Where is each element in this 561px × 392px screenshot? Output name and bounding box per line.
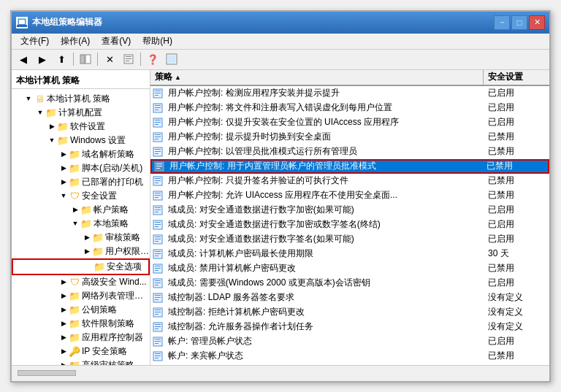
tree-item-printers[interactable]: ▶ 📁 已部署的打印机 <box>12 175 150 189</box>
list-panel: 策略 ▲ 安全设置 用户帐户控制: 检测应用程序安装并提示提升 已启用 <box>150 70 549 365</box>
svg-rect-22 <box>155 124 159 125</box>
back-button[interactable]: ◀ <box>15 51 32 67</box>
list-item[interactable]: 域控制器: 允许服务器操作者计划任务 没有定义 <box>150 320 549 334</box>
list-item[interactable]: 域成员: 禁用计算机帐户密码更改 已禁用 <box>150 261 549 276</box>
list-item[interactable]: 帐户: 管理员帐户状态 已启用 <box>150 334 549 349</box>
expand-icon[interactable]: ▶ <box>58 163 69 173</box>
expand-icon[interactable]: ▶ <box>58 346 69 356</box>
tree-item-software-settings[interactable]: ▶ 📁 软件设置 <box>12 120 150 134</box>
list-item[interactable]: 域成员: 需要强(Windows 2000 或更高版本)会话密钥 已启用 <box>150 276 549 291</box>
list-item[interactable]: 域成员: 对安全通道数据进行数字加密或数字签名(终结) 已启用 <box>150 218 549 232</box>
tree-item-computer-config[interactable]: ▼ 📁 计算机配置 <box>12 106 150 120</box>
tree-item-security-options[interactable]: 📁 安全选项 <box>12 258 150 275</box>
expand-icon[interactable]: ▶ <box>82 232 92 242</box>
expand-icon[interactable]: ▼ <box>47 135 57 145</box>
tree-item-app-control[interactable]: ▶ 📁 应用程序控制器 <box>12 331 150 345</box>
tree-item-public-key[interactable]: ▶ 📁 公钥策略 <box>12 303 150 317</box>
expand-icon[interactable]: ▶ <box>58 304 69 315</box>
row-name: 域控制器: 拒绝计算机帐户密码更改 <box>165 306 484 318</box>
col-status-label: 安全设置 <box>488 71 523 83</box>
tree-item-advanced-audit[interactable]: ▶ 📁 高级审核策略... <box>12 358 150 365</box>
expand-icon[interactable] <box>83 261 94 272</box>
close-button[interactable]: ✕ <box>529 15 545 30</box>
menu-view[interactable]: 查看(V) <box>96 34 137 49</box>
list-item[interactable]: 用户帐户控制: 以管理员批准模式运行所有管理员 已禁用 <box>150 145 549 159</box>
row-status: 已禁用 <box>484 131 549 143</box>
row-status: 没有定义 <box>484 291 549 304</box>
properties-button[interactable] <box>120 51 137 67</box>
up-button[interactable]: ⬆ <box>53 51 70 67</box>
tree-label: 高级安全 Wind... <box>82 276 147 288</box>
tree-item-windows-settings[interactable]: ▼ 📁 Windows 设置 <box>12 134 150 147</box>
expand-icon[interactable]: ▶ <box>82 246 92 256</box>
svg-rect-58 <box>155 255 159 256</box>
tree-label: 软件设置 <box>70 120 105 133</box>
svg-rect-85 <box>155 356 161 356</box>
list-item-selected[interactable]: 用户帐户控制: 用于内置管理员帐户的管理员批准模式 已禁用 <box>150 159 549 174</box>
expand-icon[interactable]: ▶ <box>58 277 69 287</box>
tree-item-software-restriction[interactable]: ▶ 📁 软件限制策略 <box>12 317 150 331</box>
tree-item-audit[interactable]: ▶ 📁 审核策略 <box>12 231 150 245</box>
list-item[interactable]: 用户帐户控制: 将文件和注册表写入错误虚化到每用户位置 已启用 <box>150 101 549 115</box>
list-item[interactable]: 域成员: 对安全通道数据进行数字加密(如果可能) 已启用 <box>150 203 549 218</box>
expand-icon[interactable]: ▶ <box>58 318 69 328</box>
maximize-button[interactable]: □ <box>511 15 527 30</box>
tree-item-security-settings[interactable]: ▼ 🛡 安全设置 <box>12 189 150 203</box>
tree-label: Windows 设置 <box>70 134 126 147</box>
expand-icon[interactable]: ▼ <box>35 107 45 118</box>
list-item[interactable]: 域成员: 对安全通道数据进行数字签名(如果可能) 已启用 <box>150 232 549 247</box>
tree-item-user-rights[interactable]: ▶ 📁 用户权限分配 <box>12 245 150 258</box>
svg-rect-69 <box>155 297 161 298</box>
svg-rect-14 <box>155 95 159 96</box>
folder-icon: 📁 <box>80 218 92 229</box>
expand-icon[interactable]: ▼ <box>58 191 69 201</box>
menu-help[interactable]: 帮助(H) <box>137 34 178 49</box>
list-item[interactable]: 用户帐户控制: 提示提升时切换到安全桌面 已禁用 <box>150 130 549 145</box>
shield-icon: 🛡 <box>69 276 80 288</box>
delete-button[interactable]: ✕ <box>101 51 118 67</box>
expand-icon[interactable]: ▶ <box>58 149 69 159</box>
row-icon <box>150 103 165 113</box>
svg-rect-78 <box>155 328 159 329</box>
tree-item-account-policy[interactable]: ▶ 📁 帐户策略 <box>12 203 150 217</box>
row-icon <box>150 220 165 230</box>
tree-item-dns[interactable]: ▶ 📁 域名解析策略 <box>12 147 150 161</box>
extra-button[interactable] <box>163 51 180 67</box>
expand-icon[interactable]: ▼ <box>23 93 34 104</box>
list-item[interactable]: 域控制器: 拒绝计算机帐户密码更改 没有定义 <box>150 305 549 320</box>
show-hide-button[interactable] <box>77 51 94 67</box>
tree-label: 已部署的打印机 <box>82 176 143 188</box>
row-name: 域控制器: LDAP 服务器签名要求 <box>165 291 484 304</box>
list-item[interactable]: 用户帐户控制: 检测应用程序安装并提示提升 已启用 <box>150 86 549 101</box>
tree-item-scripts[interactable]: ▶ 📁 脚本(启动/关机) <box>12 161 150 175</box>
tree-item-ip-security[interactable]: ▶ 🔑 IP 安全策略 <box>12 345 150 358</box>
menu-action[interactable]: 操作(A) <box>55 34 96 49</box>
help-button[interactable]: ❓ <box>144 51 161 67</box>
tree-item-local-policy[interactable]: ▼ 📁 本地策略 <box>12 217 150 231</box>
minimize-button[interactable]: － <box>494 15 510 30</box>
expand-icon[interactable]: ▶ <box>58 177 69 187</box>
tree-item-network-mgr[interactable]: ▶ 📁 网络列表管理器... <box>12 289 150 303</box>
list-item[interactable]: 用户帐户控制: 仅提升安装在安全位置的 UIAccess 应用程序 已启用 <box>150 115 549 130</box>
tree-item-root[interactable]: ▼ 🖥 本地计算机 策略 <box>12 92 150 106</box>
expand-icon[interactable]: ▶ <box>58 291 69 301</box>
status-slider[interactable] <box>18 370 76 376</box>
tree-item-advanced-security[interactable]: ▶ 🛡 高级安全 Wind... <box>12 275 150 289</box>
col-status[interactable]: 安全设置 <box>484 70 549 85</box>
list-item[interactable]: 用户帐户控制: 允许 UIAccess 应用程序在不使用安全桌面... 已禁用 <box>150 188 549 203</box>
list-item[interactable]: 用户帐户控制: 只提升签名并验证的可执行文件 已禁用 <box>150 174 549 188</box>
menu-file[interactable]: 文件(F) <box>15 34 55 49</box>
list-item[interactable]: 域控制器: LDAP 服务器签名要求 没有定义 <box>150 291 549 305</box>
expand-icon[interactable]: ▶ <box>58 332 69 342</box>
forward-button[interactable]: ▶ <box>34 51 51 67</box>
list-item[interactable]: 帐户: 来宾帐户状态 已禁用 <box>150 349 549 364</box>
expand-icon[interactable]: ▶ <box>70 204 80 215</box>
expand-icon[interactable]: ▼ <box>70 218 80 228</box>
expand-icon[interactable]: ▶ <box>47 121 57 131</box>
tree-label: 域名解析策略 <box>82 148 134 161</box>
list-item[interactable]: 域成员: 计算机帐户密码最长使用期限 30 天 <box>150 247 549 261</box>
svg-rect-48 <box>155 222 161 223</box>
row-icon <box>152 161 167 172</box>
svg-rect-56 <box>155 251 161 252</box>
col-policy[interactable]: 策略 ▲ <box>150 70 484 85</box>
